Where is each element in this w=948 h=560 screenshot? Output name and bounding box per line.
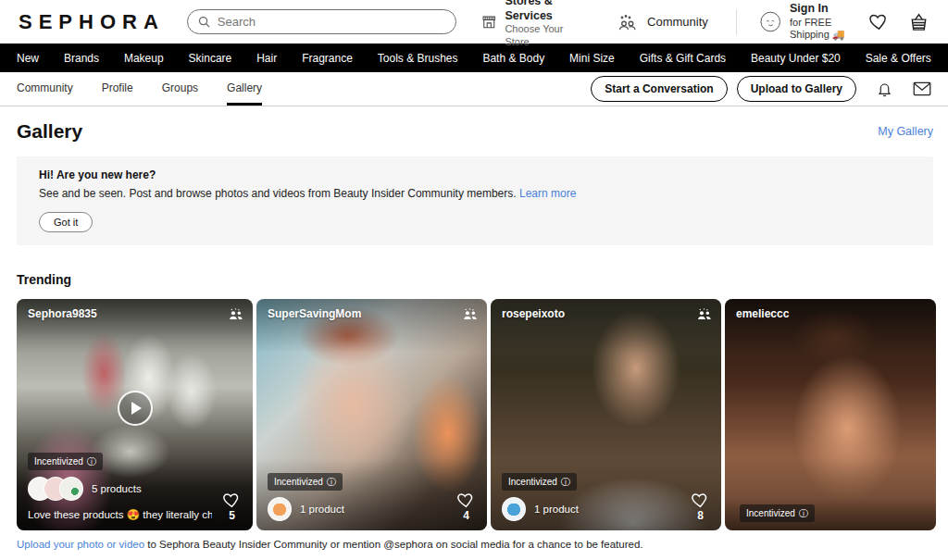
header-divider [736,9,737,35]
incentivized-label: Incentivized [34,456,83,467]
people-icon [228,307,243,324]
incentivized-label: Incentivized [746,508,795,518]
main-nav: New Brands Makeup Skincare Hair Fragranc… [0,44,948,72]
heart-icon [456,491,476,508]
sephora-logo[interactable]: SEPHORA [19,10,165,34]
nav-item-mini-size[interactable]: Mini Size [569,52,615,65]
banner-body: See and be seen. Post and browse photos … [39,187,911,200]
incentivized-badge[interactable]: Incentivizedⓘ [740,504,815,522]
heart-icon [222,491,242,508]
subnav-actions: Start a Conversation Upload to Gallery [591,76,931,102]
like-count: 8 [697,509,704,522]
stores-services-text: Stores & Services Choose Your Store [505,0,582,49]
tab-groups[interactable]: Groups [162,72,198,106]
my-gallery-link[interactable]: My Gallery [878,125,933,138]
gallery-card-emelieccc[interactable]: emelieccc Incentivizedⓘ [725,299,936,530]
subnav-tabs: Community Profile Groups Gallery [17,72,291,106]
heart-icon [868,11,890,32]
basket-button[interactable] [908,11,929,32]
upload-link[interactable]: Upload your photo or video [17,539,144,550]
upload-to-gallery-button[interactable]: Upload to Gallery [737,76,856,102]
heart-icon [691,491,710,508]
search-bar[interactable] [187,9,456,34]
start-conversation-button[interactable]: Start a Conversation [591,76,727,102]
nav-item-fragrance[interactable]: Fragrance [302,52,353,65]
card-username[interactable]: Sephora9835 [28,307,97,320]
header-icons [868,11,929,32]
nav-item-tools-brushes[interactable]: Tools & Brushes [378,52,458,65]
info-icon: ⓘ [87,455,96,468]
gallery-card-sephora9835[interactable]: Sephora9835 Incentivizedⓘ 5 products [17,299,253,530]
product-thumb [268,497,292,521]
incentivized-label: Incentivized [274,477,323,487]
incentivized-badge[interactable]: Incentivizedⓘ [28,453,103,470]
gallery-page: Gallery My Gallery Hi! Are you new here?… [0,120,948,550]
nav-item-beauty-under-20[interactable]: Beauty Under $20 [751,52,841,65]
play-icon [131,402,142,415]
products-count: 5 products [92,483,142,494]
community-button[interactable]: Community [617,11,708,33]
learn-more-link[interactable]: Learn more [519,187,576,200]
sign-in-button[interactable]: Sign In for FREE Shipping 🚚 [759,2,868,42]
banner-heading: Hi! Are you new here? [39,168,911,181]
like-control[interactable]: 5 [222,491,242,522]
search-input[interactable] [218,15,446,29]
card-username[interactable]: rosepeixoto [502,307,565,320]
messages-button[interactable] [913,81,931,96]
products-row[interactable]: 5 products [28,477,212,501]
store-icon [481,12,497,31]
info-icon: ⓘ [799,507,808,520]
sign-in-subtitle: for FREE Shipping 🚚 [790,17,868,43]
products-count: 1 product [534,504,579,515]
upload-text: to Sephora Beauty Insider Community or m… [144,539,642,550]
gallery-card-rosepeixoto[interactable]: rosepeixoto Incentivizedⓘ 1 product [491,299,721,530]
tab-profile[interactable]: Profile [102,72,133,106]
play-video-button[interactable] [118,391,153,426]
community-subnav: Community Profile Groups Gallery Start a… [0,72,948,106]
trending-heading: Trending [17,272,933,287]
tab-community[interactable]: Community [17,72,73,106]
incentivized-badge[interactable]: Incentivizedⓘ [502,473,577,491]
like-count: 4 [463,509,469,522]
stores-title: Stores & Services [505,0,582,23]
envelope-icon [913,81,931,96]
products-row[interactable]: 1 product [268,497,446,521]
stores-subtitle: Choose Your Store [505,23,582,49]
nav-item-sale-offers[interactable]: Sale & Offers [866,52,931,65]
card-photo [725,299,936,530]
like-control[interactable]: 4 [456,491,476,522]
loves-button[interactable] [868,11,890,32]
gallery-card-supersavingmom[interactable]: SuperSavingMom Incentivizedⓘ 1 product [256,299,487,530]
notifications-button[interactable] [877,81,892,97]
products-row[interactable]: 1 product [502,497,680,521]
site-header: SEPHORA Stores & Services Choose Your St… [0,0,948,44]
banner-body-text: See and be seen. Post and browse photos … [39,187,517,200]
nav-item-gifts[interactable]: Gifts & Gift Cards [640,52,726,65]
incentivized-badge[interactable]: Incentivizedⓘ [268,473,343,491]
community-people-icon [617,11,639,33]
info-icon: ⓘ [327,476,336,489]
like-control[interactable]: 8 [691,491,710,522]
incentivized-label: Incentivized [508,477,557,487]
tab-gallery[interactable]: Gallery [227,72,262,106]
stores-services-button[interactable]: Stores & Services Choose Your Store [481,0,582,49]
card-username[interactable]: SuperSavingMom [268,307,361,320]
sign-in-title: Sign In [790,2,868,17]
page-title: Gallery [17,120,82,143]
nav-item-hair[interactable]: Hair [256,52,277,65]
trending-cards: Sephora9835 Incentivizedⓘ 5 products [17,299,933,530]
card-overlay-info: Incentivizedⓘ 5 products Love these prod… [28,452,212,521]
got-it-button[interactable]: Got it [39,212,93,232]
nav-item-bath-body[interactable]: Bath & Body [482,52,544,65]
avatar-icon [759,7,781,36]
card-username[interactable]: emelieccc [736,307,789,320]
people-icon [462,307,478,324]
nav-item-brands[interactable]: Brands [64,52,99,65]
nav-item-skincare[interactable]: Skincare [189,52,232,65]
nav-item-makeup[interactable]: Makeup [124,52,164,65]
basket-icon [908,11,929,32]
card-overlay-info: Incentivizedⓘ 1 product [502,472,680,521]
product-thumb [59,477,83,501]
card-overlay-info: Incentivizedⓘ 1 product [268,472,446,521]
nav-item-new[interactable]: New [17,52,39,65]
